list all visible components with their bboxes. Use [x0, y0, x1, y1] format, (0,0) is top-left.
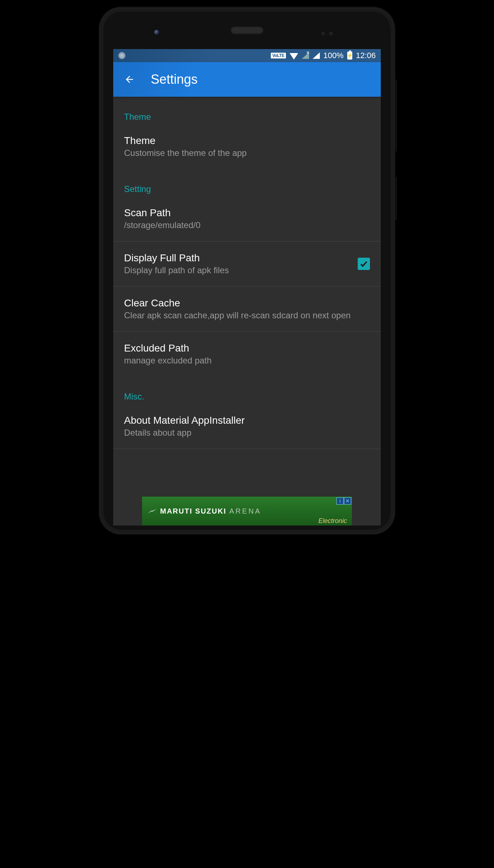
setting-display-full-path[interactable]: Display Full Path Display full path of a… [113, 241, 381, 286]
setting-subtitle: /storage/emulated/0 [124, 220, 370, 230]
phone-bezel: VoLTE ✕ 100% ⚡ 12:06 [103, 12, 391, 530]
wifi-icon [290, 53, 298, 60]
setting-subtitle: Customise the theme of the app [124, 148, 370, 158]
arrow-left-icon [124, 74, 135, 85]
battery-percent: 100% [323, 51, 344, 60]
notification-icon [118, 52, 125, 59]
setting-title: About Material AppInstaller [124, 415, 370, 426]
ad-brand-text: MARUTI SUZUKI [160, 507, 226, 515]
phone-frame: VoLTE ✕ 100% ⚡ 12:06 [99, 7, 395, 534]
back-button[interactable] [124, 74, 135, 85]
setting-subtitle: Display full path of apk files [124, 265, 350, 275]
volume-button [395, 79, 397, 152]
setting-title: Scan Path [124, 207, 370, 219]
setting-scan-path[interactable]: Scan Path /storage/emulated/0 [113, 196, 381, 241]
section-header-setting: Setting [113, 169, 381, 196]
setting-title: Excluded Path [124, 343, 370, 354]
front-camera [154, 30, 160, 35]
ad-logo: MARUTI SUZUKI ARENA [147, 507, 261, 515]
status-bar[interactable]: VoLTE ✕ 100% ⚡ 12:06 [113, 49, 381, 62]
signal-sim2-icon [313, 52, 320, 59]
setting-about[interactable]: About Material AppInstaller Details abou… [113, 404, 381, 449]
setting-subtitle: Clear apk scan cache,app will re-scan sd… [124, 310, 370, 320]
setting-clear-cache[interactable]: Clear Cache Clear apk scan cache,app wil… [113, 287, 381, 331]
ad-subbrand-text: ARENA [229, 507, 261, 515]
power-button [395, 177, 397, 220]
ad-banner[interactable]: MARUTI SUZUKI ARENA i ✕ Electronic [142, 497, 352, 525]
volte-icon: VoLTE [271, 53, 286, 58]
clock: 12:06 [356, 51, 376, 60]
setting-subtitle: manage excluded path [124, 356, 370, 366]
section-header-misc: Misc. [113, 376, 381, 404]
signal-sim1-icon: ✕ [302, 52, 309, 59]
screen: VoLTE ✕ 100% ⚡ 12:06 [113, 49, 381, 525]
ad-info-button[interactable]: i [336, 497, 344, 505]
display-full-path-checkbox[interactable] [358, 258, 370, 270]
settings-content[interactable]: Theme Theme Customise the theme of the a… [113, 97, 381, 525]
setting-subtitle: Details about app [124, 428, 370, 438]
setting-excluded-path[interactable]: Excluded Path manage excluded path [113, 332, 381, 376]
check-icon [360, 259, 368, 268]
setting-title: Theme [124, 135, 370, 147]
battery-icon: ⚡ [347, 52, 352, 60]
page-title: Settings [151, 72, 198, 87]
divider [113, 449, 381, 449]
app-bar: Settings [113, 62, 381, 97]
suzuki-logo-icon [147, 507, 157, 515]
section-header-theme: Theme [113, 97, 381, 124]
proximity-sensors [321, 32, 333, 35]
setting-title: Clear Cache [124, 297, 370, 309]
ad-close-button[interactable]: ✕ [344, 497, 351, 505]
earpiece-speaker [230, 26, 264, 34]
setting-title: Display Full Path [124, 252, 350, 264]
ad-tagline: Electronic [318, 517, 347, 525]
setting-theme[interactable]: Theme Customise the theme of the app [113, 124, 381, 169]
